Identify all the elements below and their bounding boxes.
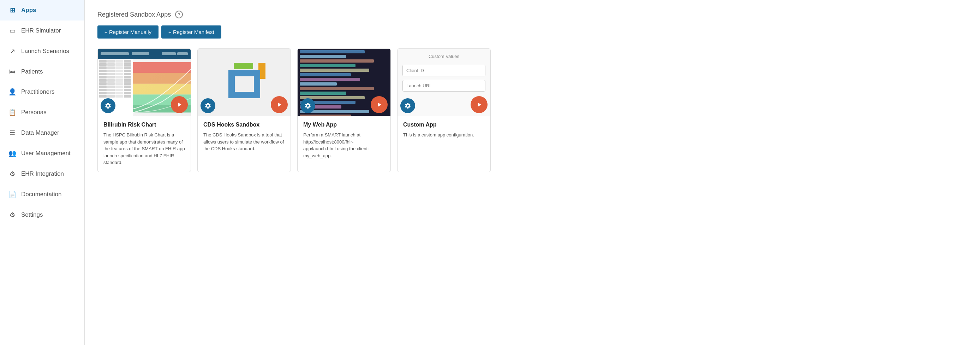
sidebar-item-apps[interactable]: ⊞Apps (0, 0, 84, 21)
card-body-cds-hooks: CDS Hooks SandboxThe CDS Hooks Sandbox i… (198, 116, 291, 172)
play-button-cds-hooks[interactable] (271, 96, 288, 113)
personas-icon: 📋 (8, 109, 16, 116)
sidebar-label-documentation: Documentation (21, 191, 61, 198)
patients-icon: 🛏 (8, 68, 16, 75)
gear-button-custom-app[interactable] (400, 98, 415, 113)
register-manually-button[interactable]: + Register Manually (97, 26, 159, 38)
cards-container: Bilirubin Risk ChartThe HSPC Bilirubin R… (97, 48, 967, 172)
client-id-input[interactable] (402, 65, 485, 77)
user-management-icon: 👥 (8, 150, 16, 157)
code-line (300, 87, 374, 90)
ehr-simulator-icon: ▭ (8, 27, 16, 35)
sidebar-item-ehr-integration[interactable]: ⚙EHR Integration (0, 164, 84, 184)
card-desc-cds-hooks: The CDS Hooks Sandbox is a tool that all… (204, 131, 285, 152)
code-line (300, 69, 369, 72)
sidebar-label-launch-scenarios: Launch Scenarios (21, 48, 69, 55)
code-line (300, 50, 365, 53)
code-line (300, 78, 360, 81)
card-desc-custom-app: This is a custom app configuration. (403, 131, 485, 139)
cds-green-rect (234, 63, 253, 69)
card-actions-cds-hooks (198, 93, 291, 116)
practitioners-icon: 👤 (8, 88, 16, 96)
sidebar-label-user-management: User Management (21, 150, 71, 157)
sidebar-item-ehr-simulator[interactable]: ▭EHR Simulator (0, 21, 84, 41)
launch-scenarios-icon: ↗ (8, 47, 16, 55)
card-body-custom-app: Custom AppThis is a custom app configura… (398, 116, 490, 172)
sidebar-item-user-management[interactable]: 👥User Management (0, 143, 84, 164)
sidebar-item-patients[interactable]: 🛏Patients (0, 62, 84, 81)
code-line (300, 55, 346, 58)
card-desc-bilirubin: The HSPC Bilirubin Risk Chart is a sampl… (103, 131, 185, 166)
action-buttons: + Register Manually + Register Manifest (97, 26, 967, 38)
code-line (300, 73, 351, 77)
gear-button-my-web-app[interactable] (301, 98, 315, 113)
sidebar-label-ehr-simulator: EHR Simulator (21, 27, 61, 34)
sidebar-item-practitioners[interactable]: 👤Practitioners (0, 81, 84, 102)
svg-rect-2 (133, 84, 191, 95)
sidebar-item-launch-scenarios[interactable]: ↗Launch Scenarios (0, 41, 84, 62)
card-image-my-web-app (298, 49, 390, 116)
sidebar-item-personas[interactable]: 📋Personas (0, 102, 84, 123)
card-body-bilirubin: Bilirubin Risk ChartThe HSPC Bilirubin R… (98, 116, 191, 172)
svg-rect-1 (133, 73, 191, 84)
code-line (300, 59, 374, 62)
sidebar-label-patients: Patients (21, 68, 43, 75)
sidebar-label-settings: Settings (21, 211, 43, 219)
launch-url-input[interactable] (402, 80, 485, 91)
help-icon[interactable]: ? (175, 11, 183, 18)
sidebar-label-data-manager: Data Manager (21, 129, 59, 136)
gear-button-bilirubin[interactable] (100, 98, 115, 113)
settings-icon: ⚙ (8, 211, 16, 219)
card-title-bilirubin: Bilirubin Risk Chart (103, 121, 185, 128)
play-button-custom-app[interactable] (471, 96, 488, 113)
card-actions-bilirubin (98, 93, 191, 116)
custom-values-label: Custom Values (402, 54, 485, 59)
sidebar-item-data-manager[interactable]: ☰Data Manager (0, 123, 84, 143)
sidebar-item-documentation[interactable]: 📄Documentation (0, 184, 84, 204)
code-line (300, 64, 355, 67)
ehr-integration-icon: ⚙ (8, 170, 16, 178)
svg-rect-0 (133, 62, 191, 73)
play-button-bilirubin[interactable] (171, 96, 188, 113)
sidebar-label-ehr-integration: EHR Integration (21, 170, 64, 177)
play-button-my-web-app[interactable] (371, 96, 388, 113)
card-actions-my-web-app (298, 93, 390, 116)
card-actions-custom-app (398, 93, 490, 116)
card-desc-my-web-app: Perform a SMART launch at http://localho… (303, 131, 385, 159)
card-image-custom-app: Custom Values (398, 49, 490, 116)
sidebar-label-practitioners: Practitioners (21, 88, 54, 96)
sidebar: ⊞Apps▭EHR Simulator↗Launch Scenarios🛏Pat… (0, 0, 85, 345)
sidebar-label-apps: Apps (21, 7, 37, 14)
page-header: Registered Sandbox Apps ? (97, 11, 967, 18)
card-my-web-app: My Web AppPerform a SMART launch at http… (297, 48, 391, 172)
sidebar-item-settings[interactable]: ⚙Settings (0, 204, 84, 225)
documentation-icon: 📄 (8, 190, 16, 198)
page-title: Registered Sandbox Apps (97, 11, 171, 18)
card-title-cds-hooks: CDS Hooks Sandbox (204, 121, 285, 128)
card-title-my-web-app: My Web App (303, 121, 385, 128)
card-image-cds-hooks (198, 49, 291, 116)
card-bilirubin: Bilirubin Risk ChartThe HSPC Bilirubin R… (97, 48, 191, 172)
register-manifest-button[interactable]: + Register Manifest (161, 26, 221, 38)
card-body-my-web-app: My Web AppPerform a SMART launch at http… (298, 116, 390, 172)
code-line (300, 82, 337, 86)
sidebar-label-personas: Personas (21, 109, 46, 116)
data-manager-icon: ☰ (8, 129, 16, 137)
apps-icon: ⊞ (8, 6, 16, 14)
card-title-custom-app: Custom App (403, 121, 485, 128)
main-content: Registered Sandbox Apps ? + Register Man… (85, 0, 980, 345)
card-custom-app: Custom Values Custom AppThis is a custom… (397, 48, 491, 172)
gear-button-cds-hooks[interactable] (200, 98, 215, 113)
card-image-bilirubin (98, 49, 191, 116)
card-cds-hooks: CDS Hooks SandboxThe CDS Hooks Sandbox i… (197, 48, 291, 172)
